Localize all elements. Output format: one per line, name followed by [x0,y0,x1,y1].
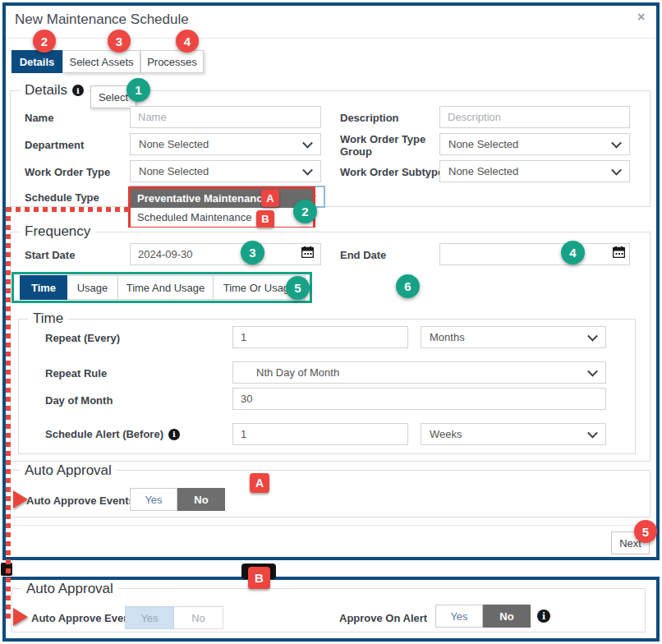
approve-on-alert-no-button[interactable]: No [483,605,531,628]
tab-processes-label: Processes [147,56,197,68]
tab-time[interactable]: Time [20,275,67,300]
option-scheduled-maintenance[interactable]: Scheduled Maintenance [131,208,313,227]
repeat-rule-value: Nth Day of Month [256,366,339,379]
description-input[interactable] [439,106,630,128]
day-of-month-input[interactable] [232,388,606,410]
details-legend: Details i [20,82,89,99]
department-select[interactable]: None Selected [130,133,321,155]
no-label: No [194,494,208,506]
tab-usage[interactable]: Usage [67,275,118,300]
yes-label: Yes [450,610,467,623]
alert-unit-value: Weeks [430,428,462,440]
auto-approve-no-button[interactable]: No [174,606,223,629]
work-order-type-group-value: None Selected [448,138,518,150]
frequency-legend: Frequency [20,223,95,240]
work-order-type-group-label: Work Order Type Group [340,133,432,158]
no-label: No [499,610,513,623]
time-legend: Time [28,310,68,327]
auto-approve-yes-button[interactable]: Yes [130,488,177,511]
name-label: Name [25,112,53,124]
calendar-icon[interactable] [301,246,314,258]
approve-on-alert-label: Approve On Alert [339,612,427,624]
end-date-input[interactable] [439,243,630,265]
option-preventative-maintenance[interactable]: Preventative Maintenance [131,189,313,208]
tab-select-assets[interactable]: Select Assets [62,50,140,73]
info-icon[interactable]: i [168,429,180,440]
approve-on-alert-yes-button[interactable]: Yes [435,605,483,628]
tab-usage-label: Usage [77,282,108,294]
info-icon[interactable]: i [537,610,550,623]
chevron-down-icon [587,366,598,376]
chevron-down-icon [611,137,622,148]
info-icon[interactable]: i [72,85,84,96]
schedule-type-label: Schedule Type [25,191,99,204]
schedule-alert-label-row: Schedule Alert (Before) i [45,428,180,440]
tab-select-assets-label: Select Assets [69,56,133,68]
tab-processes[interactable]: Processes [140,50,204,73]
auto-approval-b-legend: Auto Approval [21,581,118,597]
auto-approve-yes-button[interactable]: Yes [125,606,174,629]
schedule-alert-input[interactable] [232,423,408,445]
annotation-badge-b-red: B [256,210,274,228]
tab-time-or-usage-label: Time Or Usage [223,282,296,294]
calendar-icon[interactable] [613,246,625,258]
day-of-month-label: Day of Month [45,394,113,407]
work-order-type-select[interactable]: None Selected [130,160,321,182]
dotted-line-vertical [6,207,11,622]
select-button-label: Select [99,91,128,104]
auto-approve-events-label: Auto Approve Events [31,612,140,624]
details-legend-text: Details [25,82,67,99]
chevron-down-icon [302,164,313,175]
yes-label: Yes [140,612,158,624]
tab-details[interactable]: Details [11,50,62,73]
auto-approval-legend-text: Auto Approval [25,462,112,479]
frequency-legend-text: Frequency [25,223,90,240]
name-input[interactable] [130,106,321,128]
auto-approve-no-button[interactable]: No [177,488,225,511]
work-order-type-value: None Selected [139,165,209,177]
annotation-arrow [13,608,28,626]
work-order-type-group-select[interactable]: None Selected [439,133,630,155]
dotted-line-horizontal [7,207,130,212]
annotation-badge-b-red: B [248,567,270,589]
annotation-badge-a-red: A [250,473,269,493]
description-label: Description [340,112,399,124]
annotation-badge-3-red: 3 [108,30,131,53]
repeat-unit-select[interactable]: Months [421,326,606,348]
annotation-badge-2-red: 2 [33,30,56,53]
auto-approve-events-toggle-disabled: Yes No [125,606,223,629]
annotation-arrow [13,490,28,508]
repeat-every-input[interactable] [232,326,408,348]
no-label: No [191,612,205,624]
tab-time-and-usage-label: Time And Usage [126,282,205,294]
schedule-type-dropdown: Preventative Maintenance Scheduled Maint… [128,186,315,228]
tab-time-and-usage[interactable]: Time And Usage [118,275,214,300]
auto-approval-legend: Auto Approval [20,462,117,479]
close-icon[interactable]: × [637,10,645,25]
chevron-down-icon [611,164,622,175]
yes-label: Yes [145,494,162,506]
time-legend-text: Time [33,310,63,327]
annotation-badge-1-teal: 1 [126,78,150,102]
annotation-badge-4-red: 4 [176,30,199,53]
work-order-subtype-value: None Selected [448,165,518,177]
screenshot-canvas: New Maintenance Schedule × Details Selec… [0,0,662,644]
approve-on-alert-toggle: Yes No [435,605,531,628]
auto-approval-b-legend-text: Auto Approval [26,581,113,597]
modal-title: New Maintenance Schedule [15,12,189,28]
start-date-input[interactable] [130,243,321,265]
department-value: None Selected [139,138,209,150]
work-order-subtype-select[interactable]: None Selected [439,160,630,182]
repeat-rule-select[interactable]: Nth Day of Month [232,361,606,384]
auto-approve-events-label: Auto Approve Events [26,494,135,507]
department-label: Department [25,139,84,151]
start-date-label: Start Date [25,249,75,261]
title-divider [6,38,656,39]
chevron-down-icon [302,137,313,148]
option-preventative-maintenance-label: Preventative Maintenance [137,192,269,205]
annotation-badge-5-red: 5 [634,520,657,543]
annotation-badge-2-teal: 2 [293,200,317,223]
alert-unit-select[interactable]: Weeks [421,423,606,445]
end-date-label: End Date [340,249,386,261]
work-order-subtype-label: Work Order Subtype [340,166,444,178]
